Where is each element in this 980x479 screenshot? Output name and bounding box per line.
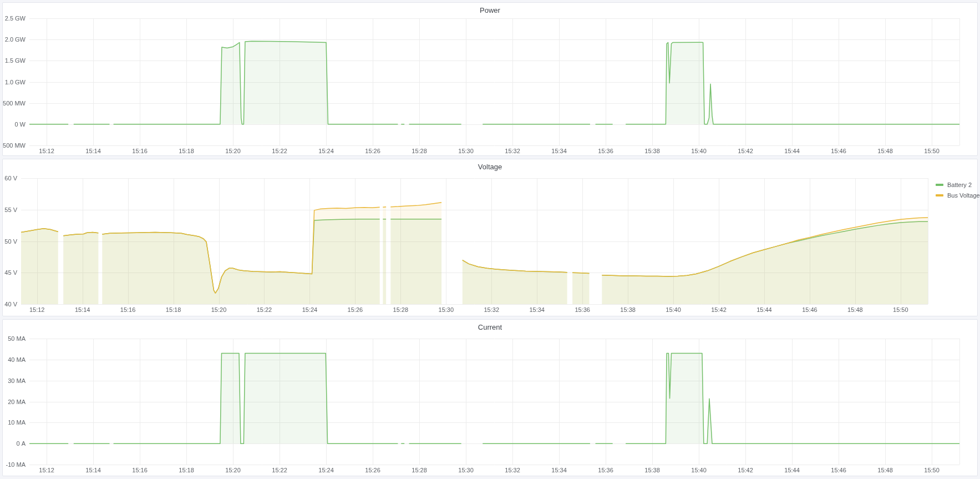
- voltage-chart-canvas[interactable]: [3, 159, 977, 316]
- current-panel-title: Current: [3, 320, 977, 331]
- current-panel: Current: [2, 319, 978, 476]
- voltage-panel-title: Voltage: [3, 159, 977, 171]
- legend-label-bus-voltage: Bus Voltage: [947, 192, 980, 199]
- legend-label-battery-2: Battery 2: [947, 181, 972, 188]
- power-panel-title: Power: [3, 3, 977, 14]
- power-panel: Power: [2, 2, 978, 156]
- legend-item-battery-2[interactable]: Battery 2: [936, 179, 980, 190]
- bus-voltage-series-swatch: [936, 194, 943, 196]
- current-chart-canvas[interactable]: [3, 320, 977, 476]
- battery-2-series-swatch: [936, 184, 943, 186]
- voltage-legend: Battery 2 Bus Voltage: [936, 179, 980, 200]
- legend-item-bus-voltage[interactable]: Bus Voltage: [936, 190, 980, 200]
- voltage-panel: Voltage Battery 2 Bus Voltage: [2, 159, 978, 316]
- grafana-dashboard: { "theme": { "page_bg": "#f4f5f9", "pane…: [0, 0, 980, 479]
- power-chart-canvas[interactable]: [3, 3, 977, 155]
